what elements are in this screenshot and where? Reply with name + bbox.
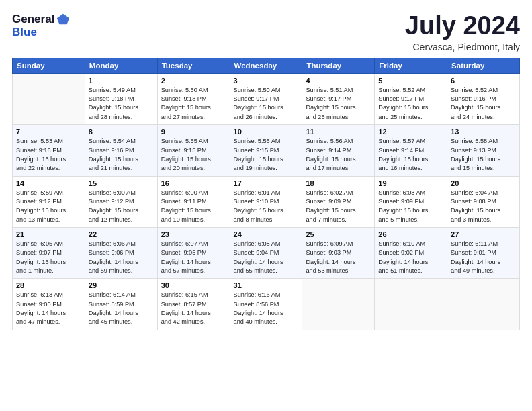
day-info: Sunrise: 6:06 AMSunset: 9:06 PMDaylight:… — [89, 240, 154, 275]
day-info: Sunrise: 6:02 AMSunset: 9:09 PMDaylight:… — [306, 189, 371, 224]
calendar-cell: 9Sunrise: 5:55 AMSunset: 9:15 PMDaylight… — [157, 125, 230, 176]
calendar-cell: 12Sunrise: 5:57 AMSunset: 9:14 PMDayligh… — [375, 125, 447, 176]
day-number: 12 — [378, 128, 443, 136]
day-info: Sunrise: 6:16 AMSunset: 8:56 PMDaylight:… — [234, 291, 299, 326]
calendar-cell — [447, 279, 520, 330]
day-header-friday: Friday — [375, 58, 447, 73]
day-number: 19 — [378, 179, 443, 187]
calendar-cell: 30Sunrise: 6:15 AMSunset: 8:57 PMDayligh… — [157, 279, 230, 330]
calendar-cell: 23Sunrise: 6:07 AMSunset: 9:05 PMDayligh… — [157, 227, 230, 278]
calendar-cell: 5Sunrise: 5:52 AMSunset: 9:17 PMDaylight… — [375, 73, 447, 124]
day-number: 2 — [161, 77, 226, 85]
calendar-cell: 28Sunrise: 6:13 AMSunset: 9:00 PMDayligh… — [13, 279, 85, 330]
day-info: Sunrise: 6:11 AMSunset: 9:01 PMDaylight:… — [451, 240, 516, 275]
calendar-cell: 25Sunrise: 6:09 AMSunset: 9:03 PMDayligh… — [302, 227, 375, 278]
day-info: Sunrise: 5:55 AMSunset: 9:15 PMDaylight:… — [161, 137, 226, 173]
day-header-saturday: Saturday — [447, 58, 520, 73]
logo-blue-text: Blue — [12, 26, 37, 39]
calendar-cell: 4Sunrise: 5:51 AMSunset: 9:17 PMDaylight… — [302, 73, 375, 124]
day-number: 18 — [306, 179, 371, 187]
day-number: 15 — [89, 179, 154, 187]
header: General Blue July 2024 Cervasca, Piedmon… — [12, 12, 520, 52]
day-number: 20 — [451, 179, 516, 187]
day-number: 8 — [89, 128, 154, 136]
calendar-cell: 26Sunrise: 6:10 AMSunset: 9:02 PMDayligh… — [375, 227, 447, 278]
day-number: 10 — [234, 128, 299, 136]
day-info: Sunrise: 5:54 AMSunset: 9:16 PMDaylight:… — [89, 137, 154, 173]
day-number: 6 — [451, 77, 516, 85]
day-header-tuesday: Tuesday — [157, 58, 230, 73]
day-info: Sunrise: 5:57 AMSunset: 9:14 PMDaylight:… — [378, 137, 443, 173]
calendar-header-row: SundayMondayTuesdayWednesdayThursdayFrid… — [13, 58, 520, 73]
day-info: Sunrise: 6:01 AMSunset: 9:10 PMDaylight:… — [234, 189, 299, 224]
calendar-cell: 31Sunrise: 6:16 AMSunset: 8:56 PMDayligh… — [230, 279, 302, 330]
day-info: Sunrise: 6:08 AMSunset: 9:04 PMDaylight:… — [234, 240, 299, 275]
day-info: Sunrise: 5:51 AMSunset: 9:17 PMDaylight:… — [306, 86, 371, 122]
calendar-cell: 16Sunrise: 6:00 AMSunset: 9:11 PMDayligh… — [157, 176, 230, 227]
day-header-monday: Monday — [85, 58, 157, 73]
calendar-cell: 3Sunrise: 5:50 AMSunset: 9:17 PMDaylight… — [230, 73, 302, 124]
day-info: Sunrise: 6:09 AMSunset: 9:03 PMDaylight:… — [306, 240, 371, 275]
calendar-cell: 27Sunrise: 6:11 AMSunset: 9:01 PMDayligh… — [447, 227, 520, 278]
day-number: 25 — [306, 230, 371, 238]
day-info: Sunrise: 6:13 AMSunset: 9:00 PMDaylight:… — [16, 291, 81, 326]
day-number: 29 — [89, 281, 154, 289]
day-number: 9 — [161, 128, 226, 136]
day-info: Sunrise: 5:59 AMSunset: 9:12 PMDaylight:… — [16, 189, 81, 224]
day-info: Sunrise: 5:52 AMSunset: 9:17 PMDaylight:… — [378, 86, 443, 122]
day-number: 13 — [451, 128, 516, 136]
day-info: Sunrise: 5:56 AMSunset: 9:14 PMDaylight:… — [306, 137, 371, 173]
calendar-cell: 8Sunrise: 5:54 AMSunset: 9:16 PMDaylight… — [85, 125, 157, 176]
day-info: Sunrise: 6:03 AMSunset: 9:09 PMDaylight:… — [378, 189, 443, 224]
calendar-cell: 24Sunrise: 6:08 AMSunset: 9:04 PMDayligh… — [230, 227, 302, 278]
day-number: 24 — [234, 230, 299, 238]
day-number: 11 — [306, 128, 371, 136]
day-info: Sunrise: 5:55 AMSunset: 9:15 PMDaylight:… — [234, 137, 299, 173]
logo-icon — [56, 12, 71, 27]
svg-marker-0 — [57, 14, 69, 25]
calendar-week-3: 14Sunrise: 5:59 AMSunset: 9:12 PMDayligh… — [13, 176, 520, 227]
day-number: 4 — [306, 77, 371, 85]
day-number: 21 — [16, 230, 81, 238]
calendar-cell: 2Sunrise: 5:50 AMSunset: 9:18 PMDaylight… — [157, 73, 230, 124]
calendar-cell: 22Sunrise: 6:06 AMSunset: 9:06 PMDayligh… — [85, 227, 157, 278]
day-number: 22 — [89, 230, 154, 238]
day-info: Sunrise: 5:49 AMSunset: 9:18 PMDaylight:… — [89, 86, 154, 122]
day-info: Sunrise: 6:04 AMSunset: 9:08 PMDaylight:… — [451, 189, 516, 224]
day-info: Sunrise: 5:53 AMSunset: 9:16 PMDaylight:… — [16, 137, 81, 173]
calendar-week-1: 1Sunrise: 5:49 AMSunset: 9:18 PMDaylight… — [13, 73, 520, 124]
day-number: 27 — [451, 230, 516, 238]
day-info: Sunrise: 5:58 AMSunset: 9:13 PMDaylight:… — [451, 137, 516, 173]
day-header-sunday: Sunday — [13, 58, 85, 73]
calendar-cell — [375, 279, 447, 330]
logo-general-text: General — [12, 13, 54, 26]
calendar-cell: 18Sunrise: 6:02 AMSunset: 9:09 PMDayligh… — [302, 176, 375, 227]
day-number: 30 — [161, 281, 226, 289]
day-number: 7 — [16, 128, 81, 136]
calendar-cell: 20Sunrise: 6:04 AMSunset: 9:08 PMDayligh… — [447, 176, 520, 227]
logo: General Blue — [12, 12, 71, 39]
calendar-cell — [13, 73, 85, 124]
calendar-cell: 21Sunrise: 6:05 AMSunset: 9:07 PMDayligh… — [13, 227, 85, 278]
calendar-cell: 19Sunrise: 6:03 AMSunset: 9:09 PMDayligh… — [375, 176, 447, 227]
month-title: July 2024 — [405, 12, 520, 40]
calendar-cell: 14Sunrise: 5:59 AMSunset: 9:12 PMDayligh… — [13, 176, 85, 227]
day-header-thursday: Thursday — [302, 58, 375, 73]
calendar-cell: 17Sunrise: 6:01 AMSunset: 9:10 PMDayligh… — [230, 176, 302, 227]
day-number: 16 — [161, 179, 226, 187]
day-number: 31 — [234, 281, 299, 289]
calendar-week-5: 28Sunrise: 6:13 AMSunset: 9:00 PMDayligh… — [13, 279, 520, 330]
location-title: Cervasca, Piedmont, Italy — [405, 42, 520, 52]
day-info: Sunrise: 6:07 AMSunset: 9:05 PMDaylight:… — [161, 240, 226, 275]
day-number: 14 — [16, 179, 81, 187]
day-info: Sunrise: 6:15 AMSunset: 8:57 PMDaylight:… — [161, 291, 226, 326]
title-section: July 2024 Cervasca, Piedmont, Italy — [405, 12, 520, 52]
calendar-cell: 29Sunrise: 6:14 AMSunset: 8:59 PMDayligh… — [85, 279, 157, 330]
day-number: 3 — [234, 77, 299, 85]
day-info: Sunrise: 6:00 AMSunset: 9:11 PMDaylight:… — [161, 189, 226, 224]
day-info: Sunrise: 6:00 AMSunset: 9:12 PMDaylight:… — [89, 189, 154, 224]
day-number: 17 — [234, 179, 299, 187]
calendar-table: SundayMondayTuesdayWednesdayThursdayFrid… — [12, 58, 520, 330]
calendar-week-2: 7Sunrise: 5:53 AMSunset: 9:16 PMDaylight… — [13, 125, 520, 176]
day-header-wednesday: Wednesday — [230, 58, 302, 73]
